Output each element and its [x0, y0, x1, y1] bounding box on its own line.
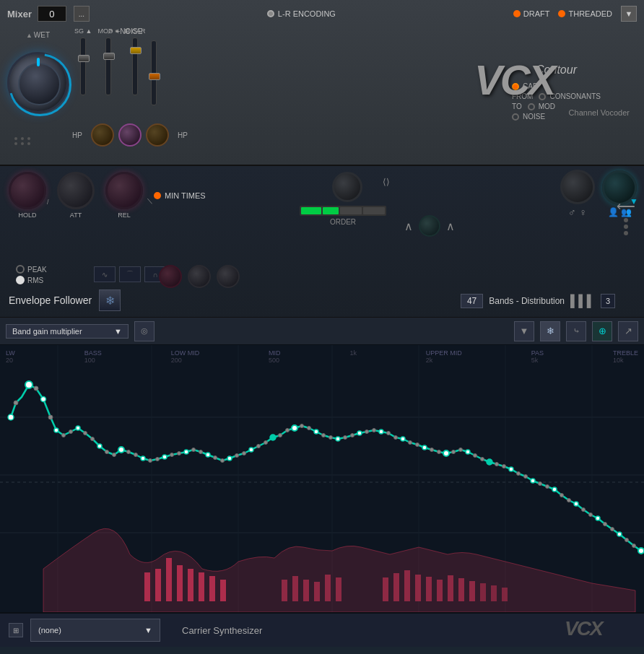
progress-gray2 — [363, 207, 385, 214]
value-display[interactable]: 0 — [38, 6, 66, 22]
sg-fader-track[interactable] — [80, 38, 86, 95]
svg-point-78 — [113, 453, 116, 457]
scroll-down-arrow[interactable]: ▼ — [630, 196, 638, 206]
mixer-controls: ▲ WET SG ▲ MOD ● — [7, 27, 637, 154]
lip-button[interactable]: ◎ — [134, 321, 155, 341]
mini-knob3[interactable] — [217, 265, 240, 288]
svg-point-118 — [546, 485, 549, 489]
dot3 — [624, 231, 628, 235]
threaded-status: THREADED — [558, 9, 612, 18]
svg-point-104 — [394, 436, 398, 440]
lr-encoding-radio[interactable] — [267, 10, 274, 17]
hold-knob[interactable] — [9, 172, 46, 209]
rms-radio[interactable] — [16, 276, 25, 284]
wave-btn2[interactable]: ⌒ — [119, 266, 141, 282]
filter-center-knob[interactable] — [419, 215, 440, 237]
dot1 — [624, 218, 628, 222]
svg-point-63 — [509, 467, 513, 471]
svg-rect-14 — [155, 569, 161, 601]
envelope-section: HOLD / ATT ＼ REL MIN TIMES ↔ — [0, 166, 644, 318]
pas-hz: 5k — [531, 357, 544, 364]
svg-point-45 — [118, 447, 124, 453]
wet-knob[interactable] — [7, 52, 69, 113]
dark-knob1[interactable] — [560, 170, 595, 204]
peak-radio[interactable] — [16, 265, 25, 274]
sg-fader[interactable]: SG ▲ — [74, 27, 92, 95]
svg-rect-26 — [336, 577, 341, 601]
svg-rect-33 — [448, 575, 453, 601]
car-fader[interactable]: ⊞ CAR — [124, 27, 145, 95]
svg-point-53 — [292, 425, 297, 431]
mini-knobs-row — [159, 265, 240, 288]
freeze-button[interactable]: ❄ — [99, 289, 121, 311]
noise-fader-track[interactable] — [151, 40, 157, 105]
rms-item: RMS — [16, 276, 47, 284]
lw-hz: 20 — [6, 357, 15, 364]
svg-point-96 — [308, 427, 311, 430]
svg-point-120 — [567, 499, 571, 502]
filter-shape1: ∧ — [404, 219, 413, 233]
mini-knob2[interactable] — [188, 265, 211, 288]
svg-point-46 — [141, 456, 145, 461]
svg-point-47 — [162, 455, 167, 459]
carrier-dropdown[interactable]: (none) ▼ — [30, 619, 160, 642]
svg-rect-28 — [393, 573, 399, 601]
svg-point-108 — [438, 450, 441, 454]
hold-label: HOLD — [18, 212, 36, 219]
mod-fader-track[interactable] — [105, 38, 111, 95]
bass-label: BASS — [84, 349, 102, 357]
hp-knob-middle[interactable] — [118, 123, 142, 147]
svg-point-122 — [589, 513, 593, 517]
hp-knob-right[interactable] — [146, 123, 169, 147]
freeze-btn2[interactable]: ❄ — [540, 321, 560, 341]
treble-hz: 10k — [613, 357, 638, 364]
mini-knob1[interactable] — [159, 265, 182, 288]
bars-icon[interactable]: ▌▌▌ — [570, 295, 595, 308]
svg-point-61 — [466, 450, 470, 454]
svg-point-67 — [596, 516, 600, 520]
threaded-label: THREADED — [568, 9, 612, 18]
att-knob[interactable] — [57, 172, 95, 209]
svg-point-94 — [286, 429, 290, 432]
svg-rect-30 — [415, 575, 421, 601]
car-fader-track[interactable] — [132, 38, 138, 95]
band-gain-dropdown[interactable]: Band gain multiplier ▼ — [6, 324, 129, 339]
svg-rect-20 — [220, 580, 226, 601]
mid-label: MID — [269, 349, 281, 357]
graph-svg[interactable] — [0, 345, 644, 612]
svg-point-125 — [625, 539, 629, 542]
lowmid-label: LOW MID — [171, 349, 200, 357]
wave-btn1[interactable]: ∿ — [94, 266, 116, 282]
svg-point-66 — [574, 502, 578, 506]
settings-dropdown[interactable]: ▼ — [621, 6, 637, 22]
noise-fader[interactable] — [151, 40, 157, 105]
att-knob-group: / ATT — [57, 172, 95, 219]
stereo-knob[interactable] — [332, 172, 362, 202]
frequency-graph[interactable]: LW 20 BASS 100 LOW MID 200 MID 500 1k UP… — [0, 345, 644, 612]
svg-rect-27 — [383, 577, 388, 601]
filter-shapes: ∧ ∧ — [404, 215, 455, 237]
freq-1k: 1k — [349, 349, 357, 364]
rel-label: REL — [118, 212, 131, 219]
svg-rect-23 — [303, 580, 309, 601]
magnet-btn[interactable]: ⊕ — [592, 321, 612, 341]
rel-knob[interactable] — [105, 172, 143, 209]
draft-dot — [513, 10, 521, 17]
bands-label: Bands - Distribution — [489, 296, 565, 306]
svg-point-87 — [214, 456, 217, 460]
band-gain-section: Band gain multiplier ▼ ◎ ▼ ❄ ⤷ ⊕ ↗ LW 20… — [0, 318, 644, 612]
dots-button[interactable]: ... — [74, 6, 90, 22]
svg-point-83 — [170, 453, 174, 457]
svg-point-114 — [502, 465, 506, 468]
uppermid-hz: 2k — [426, 357, 462, 364]
link-btn[interactable]: ⤷ — [566, 321, 586, 341]
mod-fader[interactable]: MOD ● — [97, 27, 118, 95]
svg-point-119 — [560, 494, 564, 497]
hp-knob-left[interactable] — [91, 123, 114, 147]
svg-rect-13 — [144, 572, 150, 601]
hold-knob-group: HOLD — [9, 172, 46, 219]
wet-label: WET — [34, 31, 50, 39]
number-badge[interactable]: 3 — [601, 294, 615, 308]
dropdown-btn[interactable]: ▼ — [514, 321, 534, 341]
export-btn[interactable]: ↗ — [618, 321, 638, 341]
